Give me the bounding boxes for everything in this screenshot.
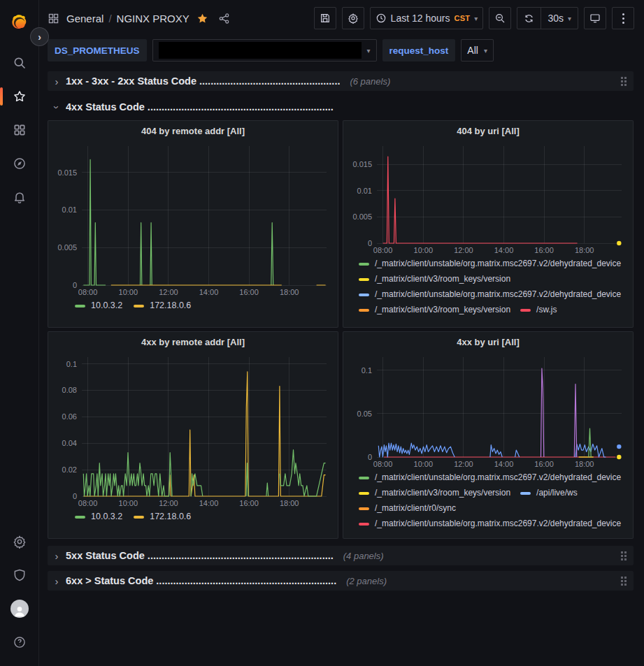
timeseries-chart[interactable]: 00.0050.010.01508:0010:0012:0014:0016:00… xyxy=(54,140,332,298)
svg-text:0.02: 0.02 xyxy=(62,465,77,474)
dashboards-grid-icon xyxy=(13,123,27,137)
question-circle-icon xyxy=(13,635,27,649)
sidebar-item-profile[interactable] xyxy=(4,595,35,623)
svg-text:12:00: 12:00 xyxy=(454,246,473,254)
svg-text:10:00: 10:00 xyxy=(119,499,138,507)
legend-item[interactable]: /_matrix/client/v3/room_keys/version xyxy=(359,488,510,498)
legend-series-swatch xyxy=(359,294,369,296)
legend-item[interactable]: /api/live/ws xyxy=(520,488,578,498)
collapsed-chevron-icon: › xyxy=(53,75,60,87)
save-dashboard-button[interactable] xyxy=(314,7,336,29)
more-options-button[interactable] xyxy=(612,7,634,29)
sidebar-item-alerting[interactable] xyxy=(4,183,35,211)
row-drag-handle[interactable] xyxy=(620,575,628,587)
sidebar-item-starred[interactable] xyxy=(4,82,35,110)
row-panel-count: (2 panels) xyxy=(346,576,387,586)
star-icon xyxy=(13,89,27,103)
panel-title[interactable]: 4xx by uri [All] xyxy=(349,335,627,351)
row-header-6xx[interactable]: › 6xx > Status Code ....................… xyxy=(48,571,634,591)
legend-item[interactable]: /_matrix/client/v3/room_keys/version xyxy=(359,274,510,284)
sidebar-item-configuration[interactable] xyxy=(4,528,35,556)
legend-series-label: 10.0.3.2 xyxy=(91,301,122,311)
legend-series-swatch xyxy=(75,305,85,307)
sidebar-bottom xyxy=(4,528,35,666)
legend-item[interactable]: /_matrix/client/unstable/org.matrix.msc2… xyxy=(359,472,621,483)
refresh-interval-dropdown[interactable]: 30s ▾ xyxy=(541,8,578,29)
variable-label-ds-prometheus[interactable]: DS_PROMETHEUS xyxy=(48,39,147,61)
grafana-app: › General / NGINX PROXY xyxy=(0,0,644,666)
variable-value-request-host[interactable]: All ▾ xyxy=(461,39,494,61)
svg-text:0: 0 xyxy=(368,453,372,461)
legend-series-label: /sw.js xyxy=(536,305,557,315)
favorite-star-icon[interactable] xyxy=(196,13,208,24)
svg-text:08:00: 08:00 xyxy=(78,499,98,507)
time-range-picker[interactable]: Last 12 hours CST ▾ xyxy=(370,7,484,29)
panel-legend: 10.0.3.2172.18.0.6 xyxy=(54,298,332,311)
legend-series-label: 172.18.0.6 xyxy=(150,512,191,522)
row-drag-handle[interactable] xyxy=(620,550,628,562)
legend-series-swatch xyxy=(359,523,369,526)
timeseries-chart[interactable]: 00.0050.010.01508:0010:0012:0014:0016:00… xyxy=(349,140,627,256)
legend-item[interactable]: /_matrix/client/unstable/org.matrix.msc2… xyxy=(359,289,621,300)
row-drag-handle[interactable] xyxy=(620,75,628,87)
legend-series-label: /_matrix/client/v3/room_keys/version xyxy=(375,488,510,498)
svg-text:0.005: 0.005 xyxy=(57,243,77,252)
compass-icon xyxy=(13,157,27,171)
panel-legend: /_matrix/client/unstable/org.matrix.msc2… xyxy=(349,256,627,315)
svg-text:16:00: 16:00 xyxy=(239,288,259,296)
legend-series-swatch xyxy=(359,477,369,479)
svg-text:16:00: 16:00 xyxy=(534,246,554,254)
legend-item[interactable]: 10.0.3.2 xyxy=(75,512,122,522)
breadcrumb-section[interactable]: General xyxy=(66,13,103,24)
svg-text:0.08: 0.08 xyxy=(62,386,77,394)
panel-title[interactable]: 404 by uri [All] xyxy=(349,124,627,140)
dashboards-breadcrumb-icon xyxy=(48,13,59,24)
row-header-1xx-3xx-2xx[interactable]: › 1xx - 3xx - 2xx Status Code ..........… xyxy=(48,71,634,91)
svg-text:18:00: 18:00 xyxy=(575,246,594,254)
variable-value-ds-prometheus[interactable]: ▾ xyxy=(152,39,377,61)
svg-text:0: 0 xyxy=(368,239,372,247)
legend-item[interactable]: 10.0.3.2 xyxy=(75,301,122,311)
panel-404-by-uri: 404 by uri [All] 00.0050.010.01508:0010:… xyxy=(343,120,634,328)
sidebar-item-explore[interactable] xyxy=(4,150,35,178)
zoom-out-button[interactable] xyxy=(489,7,511,29)
grafana-logo[interactable] xyxy=(4,8,35,36)
sidebar-item-dashboards[interactable] xyxy=(4,116,35,144)
tv-mode-button[interactable] xyxy=(584,7,606,29)
legend-item[interactable]: /_matrix/client/unstable/org.matrix.msc2… xyxy=(359,259,621,269)
sidebar-item-help[interactable] xyxy=(4,628,35,656)
svg-text:16:00: 16:00 xyxy=(534,460,554,468)
timeseries-chart[interactable]: 00.050.108:0010:0012:0014:0016:0018:00 xyxy=(349,351,627,470)
row-panel-count: (4 panels) xyxy=(343,551,384,561)
legend-series-swatch xyxy=(359,309,369,312)
breadcrumb-dashboard-title[interactable]: NGINX PROXY xyxy=(117,13,189,24)
sidebar-expand-button[interactable]: › xyxy=(30,27,49,46)
row-header-5xx[interactable]: › 5xx Status Code ......................… xyxy=(48,546,634,565)
legend-item[interactable]: /_matrix/client/v3/room_keys/version xyxy=(359,305,510,315)
timeseries-chart[interactable]: 00.020.040.060.080.108:0010:0012:0014:00… xyxy=(54,351,332,509)
refresh-button[interactable] xyxy=(517,8,541,29)
share-icon[interactable] xyxy=(218,13,230,24)
legend-item[interactable]: /_matrix/client/unstable/org.matrix.msc2… xyxy=(359,519,621,529)
svg-text:0.01: 0.01 xyxy=(357,187,372,195)
legend-item[interactable]: 172.18.0.6 xyxy=(134,301,191,311)
chevron-down-icon: ▾ xyxy=(484,47,487,55)
svg-text:14:00: 14:00 xyxy=(494,460,514,468)
panel-title[interactable]: 4xx by remote addr [All] xyxy=(54,335,332,351)
svg-text:10:00: 10:00 xyxy=(414,246,434,254)
variable-label-request-host[interactable]: request_host xyxy=(382,39,456,61)
save-icon xyxy=(320,13,331,24)
row-title: 5xx Status Code ........................… xyxy=(66,550,334,561)
sidebar-item-search[interactable] xyxy=(4,49,35,77)
panel-title[interactable]: 404 by remote addr [All] xyxy=(54,124,332,140)
sidebar-item-server-admin[interactable] xyxy=(4,561,35,589)
legend-item[interactable]: /_matrix/client/r0/sync xyxy=(359,503,456,514)
legend-series-label: /_matrix/client/unstable/org.matrix.msc2… xyxy=(375,472,621,483)
legend-item[interactable]: /sw.js xyxy=(520,305,557,315)
svg-text:18:00: 18:00 xyxy=(280,499,299,507)
dashboard-settings-button[interactable] xyxy=(342,7,364,29)
panel-row-1: 404 by remote addr [All] 00.0050.010.015… xyxy=(48,120,634,328)
legend-item[interactable]: 172.18.0.6 xyxy=(134,512,191,522)
row-header-4xx[interactable]: › 4xx Status Code ......................… xyxy=(48,97,634,117)
legend-series-label: /_matrix/client/unstable/org.matrix.msc2… xyxy=(375,259,621,269)
